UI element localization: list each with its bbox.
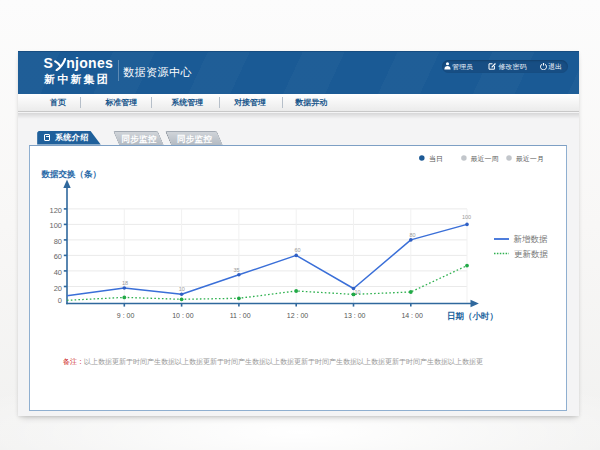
- svg-text:60: 60: [294, 247, 300, 253]
- svg-text:12 : 00: 12 : 00: [287, 312, 309, 319]
- svg-text:0: 0: [58, 296, 62, 305]
- svg-text:10 : 00: 10 : 00: [172, 312, 194, 319]
- svg-text:80: 80: [54, 237, 62, 246]
- svg-text:60: 60: [54, 252, 62, 261]
- svg-text:数据交换（条）: 数据交换（条）: [41, 169, 102, 179]
- svg-text:11 : 00: 11 : 00: [230, 312, 251, 319]
- svg-text:日期（小时）: 日期（小时）: [447, 311, 498, 321]
- svg-text:10: 10: [354, 289, 360, 295]
- svg-text:18: 18: [122, 280, 128, 286]
- svg-text:最近一周: 最近一周: [471, 155, 499, 162]
- svg-text:9 : 00: 9 : 00: [117, 312, 135, 319]
- svg-text:100: 100: [49, 221, 62, 230]
- svg-text:更新数据: 更新数据: [514, 249, 549, 259]
- svg-text:35: 35: [233, 267, 239, 273]
- svg-text:最近一月: 最近一月: [516, 155, 544, 163]
- svg-text:100: 100: [462, 214, 471, 220]
- svg-text:当日: 当日: [429, 155, 443, 163]
- svg-text:40: 40: [54, 268, 62, 277]
- svg-text:10: 10: [179, 286, 185, 292]
- svg-text:13 : 00: 13 : 00: [344, 312, 366, 319]
- svg-text:14 : 00: 14 : 00: [401, 312, 423, 319]
- svg-text:新增数据: 新增数据: [514, 234, 549, 244]
- svg-text:80: 80: [409, 232, 415, 238]
- svg-text:120: 120: [49, 206, 62, 215]
- svg-text:20: 20: [54, 284, 62, 293]
